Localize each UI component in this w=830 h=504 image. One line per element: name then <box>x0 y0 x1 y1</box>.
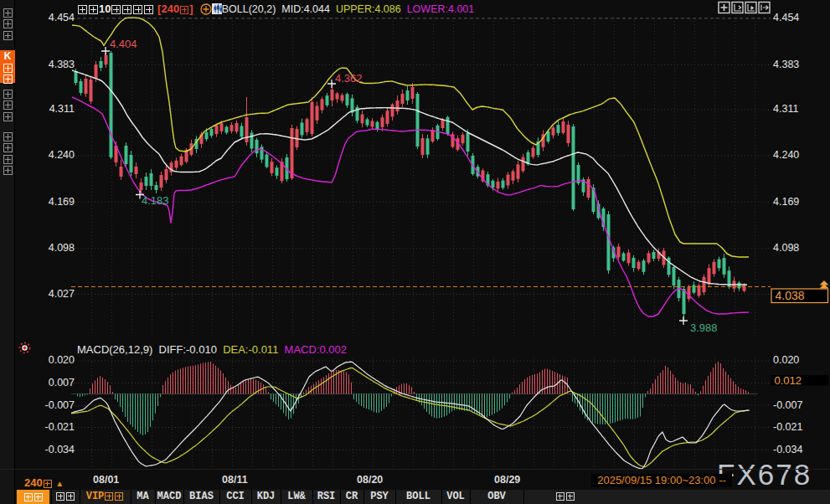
svg-text:4.098: 4.098 <box>773 242 799 254</box>
svg-text:4.240: 4.240 <box>773 149 799 161</box>
svg-text:4.169: 4.169 <box>49 196 75 208</box>
svg-text:4.454: 4.454 <box>49 12 75 23</box>
svg-text:4.311: 4.311 <box>773 103 798 115</box>
svg-text:-0.007: -0.007 <box>773 399 802 411</box>
svg-text:4.311: 4.311 <box>49 103 75 115</box>
svg-text:4.454: 4.454 <box>773 12 799 23</box>
svg-text:3.988: 3.988 <box>690 321 718 334</box>
svg-text:4.362: 4.362 <box>335 72 363 85</box>
svg-text:0.012: 0.012 <box>775 374 802 387</box>
svg-text:4.183: 4.183 <box>142 194 169 207</box>
svg-text:4.383: 4.383 <box>49 59 75 70</box>
svg-text:0.007: 0.007 <box>49 377 75 388</box>
svg-text:4.240: 4.240 <box>49 149 75 161</box>
svg-text:-0.021: -0.021 <box>773 421 802 433</box>
svg-text:4.038: 4.038 <box>776 289 805 302</box>
svg-text:4.027: 4.027 <box>49 288 75 300</box>
svg-text:0.020: 0.020 <box>49 354 75 366</box>
svg-text:-0.021: -0.021 <box>45 421 75 433</box>
svg-text:-0.007: -0.007 <box>45 399 75 411</box>
svg-text:0.020: 0.020 <box>773 354 799 366</box>
svg-text:4.383: 4.383 <box>773 59 799 70</box>
svg-text:4.169: 4.169 <box>773 196 799 208</box>
svg-text:4.404: 4.404 <box>110 38 137 50</box>
svg-text:-0.034: -0.034 <box>45 444 75 455</box>
svg-text:4.098: 4.098 <box>49 242 75 254</box>
svg-text:-0.034: -0.034 <box>773 444 802 455</box>
